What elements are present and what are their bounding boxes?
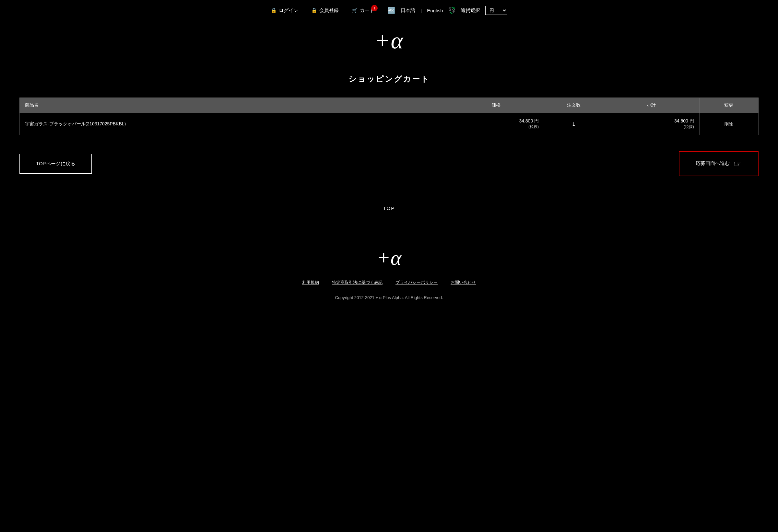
- back-button[interactable]: TOPページに戻る: [19, 154, 92, 174]
- currency-select[interactable]: 円 USD EUR: [485, 6, 507, 15]
- col-header-price: 価格: [448, 98, 544, 113]
- lang-currency-wrap: 🔤 日本語 | English 💱 通貨選択 円 USD EUR: [387, 6, 507, 15]
- translate-icon: 🔤: [387, 6, 395, 14]
- subtotal-main: 34,800 円: [609, 118, 694, 124]
- lock-icon-2: 🔒: [311, 7, 317, 13]
- product-delete[interactable]: 削除: [699, 113, 758, 135]
- logo-text: +α: [374, 27, 404, 54]
- cart-table-wrap: 商品名 価格 注文数 小計 変更 宇宙ガラス-ブラックオパール(21031702…: [0, 94, 778, 145]
- top-link-text[interactable]: TOP: [0, 205, 778, 211]
- lang-ja[interactable]: 日本語: [401, 7, 415, 14]
- cart-icon: 🛒: [352, 7, 358, 13]
- lang-separator: |: [420, 8, 422, 13]
- header-logo: +α: [0, 21, 778, 64]
- product-name: 宇宙ガラス-ブラックオパール(210317025PBKBL): [20, 113, 448, 135]
- footer-logo-text: +α: [377, 246, 402, 269]
- table-row: 宇宙ガラス-ブラックオパール(210317025PBKBL) 34,800 円 …: [20, 113, 759, 135]
- col-header-change: 変更: [699, 98, 758, 113]
- proceed-button[interactable]: 応募画面へ進む ☞: [679, 151, 759, 176]
- col-header-subtotal: 小計: [603, 98, 699, 113]
- page-title: ショッピングカート: [0, 74, 778, 84]
- currency-icon: 💱: [448, 7, 456, 14]
- footer-link-contact[interactable]: お問い合わせ: [451, 280, 476, 285]
- footer-top-link[interactable]: TOP: [0, 196, 778, 233]
- cart-table: 商品名 価格 注文数 小計 変更 宇宙ガラス-ブラックオパール(21031702…: [19, 97, 759, 135]
- login-link[interactable]: 🔒 ログイン: [271, 7, 298, 14]
- register-link[interactable]: 🔒 会員登録: [311, 7, 339, 14]
- copyright: Copyright 2012-2021 + α Plus Alpha. All …: [0, 292, 778, 313]
- col-header-product: 商品名: [20, 98, 448, 113]
- footer-logo-wrap: +α: [0, 233, 778, 276]
- page-title-wrap: ショッピングカート: [0, 64, 778, 94]
- proceed-label: 応募画面へ進む: [696, 160, 730, 166]
- cart-link[interactable]: 🛒 カート 1: [352, 7, 374, 14]
- currency-label: 通貨選択: [461, 7, 480, 14]
- cart-badge: 1: [371, 5, 378, 11]
- footer-links: 利用規約 特定商取引法に基づく表記 プライバシーポリシー お問い合わせ: [0, 276, 778, 292]
- register-label: 会員登録: [319, 7, 339, 14]
- product-price: 34,800 円 (税抜): [448, 113, 544, 135]
- price-sub: (税抜): [454, 124, 539, 129]
- delete-button[interactable]: 削除: [724, 121, 733, 127]
- lang-en[interactable]: English: [427, 8, 443, 13]
- footer-link-terms[interactable]: 利用規約: [302, 280, 319, 285]
- subtotal-sub: (税抜): [609, 124, 694, 129]
- col-header-qty: 注文数: [544, 98, 603, 113]
- price-main: 34,800 円: [454, 118, 539, 124]
- cursor-hand-icon: ☞: [733, 159, 742, 169]
- product-qty: 1: [544, 113, 603, 135]
- buttons-row: TOPページに戻る 応募画面へ進む ☞: [0, 145, 778, 196]
- lock-icon: 🔒: [271, 7, 277, 13]
- product-subtotal: 34,800 円 (税抜): [603, 113, 699, 135]
- nav-bar: 🔒 ログイン 🔒 会員登録 🛒 カート 1 🔤 日本語 | English 💱 …: [0, 0, 778, 21]
- footer-top-line: [389, 213, 389, 230]
- footer-link-legal[interactable]: 特定商取引法に基づく表記: [332, 280, 383, 285]
- login-label: ログイン: [279, 7, 298, 14]
- footer-link-privacy[interactable]: プライバシーポリシー: [395, 280, 438, 285]
